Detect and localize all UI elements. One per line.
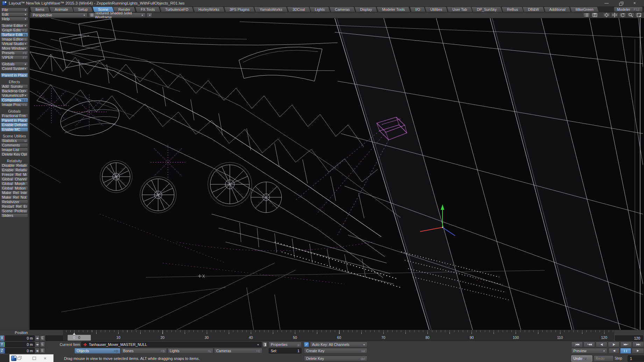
axis-y-button[interactable]: Y (0, 342, 4, 347)
value-stepper[interactable]: ◀▶ (35, 342, 40, 347)
sidebar-item-enable-mc[interactable]: Enable MC (1, 127, 28, 132)
sidebar-item-scene-professors[interactable]: Scene_Professors (1, 209, 28, 213)
viewport-options-dropdown[interactable]: ▼ (147, 13, 152, 17)
move-icon[interactable] (611, 13, 618, 17)
axis-y-value-field[interactable]: 0 m (5, 342, 35, 347)
create-key-button[interactable]: Create Key ret (304, 348, 367, 354)
tab-db-w[interactable]: DB&W (522, 7, 545, 12)
sidebar-item-statistics[interactable]: Statisticsw (1, 139, 28, 143)
envelope-button[interactable]: E (40, 335, 45, 341)
tab-mikegreen[interactable]: MikeGreen (570, 7, 599, 12)
sidebar-item-more-windows[interactable]: More Windows▼ (1, 46, 28, 50)
sidebar-item-globals[interactable]: Globals▼ (1, 62, 28, 66)
sidebar-item-viper[interactable]: VIPERF7 (1, 55, 28, 59)
end-frame-field[interactable]: 120 (615, 335, 643, 341)
category-lights-button[interactable]: Lights+L (168, 348, 213, 354)
minimize-button[interactable]: — (604, 0, 609, 6)
sidebar-item-image-list[interactable]: Image List (1, 148, 28, 152)
sidebar-item-global-morph-ac[interactable]: Global_Morph_Ac_ (1, 182, 28, 186)
step-field[interactable]: 1 (628, 355, 644, 362)
sidebar-item-enable-relativity[interactable]: Enable_Relativity (1, 168, 28, 172)
axis-x-button[interactable]: X (0, 335, 4, 341)
sidebar-item-restart-rel-errors[interactable]: Restart_Rel_Errors (1, 204, 28, 208)
sidebar-item-edit[interactable]: Edit▼ (1, 12, 28, 16)
sidebar-item-disable-relativity[interactable]: Disable_Relativity (1, 163, 28, 168)
prev-keyframe-button[interactable]: +◀◀ (583, 342, 595, 347)
auto-key-checkbox[interactable]: ✓ (304, 342, 309, 347)
modeler-button[interactable]: Modeler F12 (614, 7, 643, 12)
sidebar-item-virtual-studio[interactable]: Virtual Studio▼ (1, 42, 28, 46)
view-mode-dropdown[interactable]: Perspective ▼ (31, 13, 87, 17)
axis-z-button[interactable]: Z (0, 348, 4, 354)
sidebar-item-image-editor[interactable]: Image EditorF6 (1, 37, 28, 41)
sidebar-item-file[interactable]: File▼ (1, 8, 28, 12)
sidebar-item-help[interactable]: Help▼ (1, 17, 28, 21)
sidebar-item-comments[interactable]: Comments (1, 143, 28, 147)
play-reverse-button[interactable]: ◀ (609, 348, 620, 354)
item-panel-toggle-button[interactable] (262, 342, 267, 347)
envelope-button[interactable]: E (40, 348, 45, 354)
auto-key-dropdown[interactable]: Auto Key: All Channels ▼ (310, 342, 367, 347)
tab-fx-tools[interactable]: FX Tools (135, 7, 161, 12)
sidebar-item-scene-editor[interactable]: Scene Editor▼ (1, 23, 28, 28)
tab-turbulencefd[interactable]: TurbulenceFD (159, 7, 193, 12)
tab-setup[interactable]: Setup (72, 7, 93, 12)
pause-button[interactable]: | | (620, 348, 631, 354)
tab-additional[interactable]: Additional (544, 7, 571, 12)
tab-display[interactable]: Display (354, 7, 378, 12)
preview-dropdown[interactable]: Preview ▼ (571, 348, 607, 354)
zoom-icon[interactable] (627, 13, 634, 17)
sidebar-item-volumetrics-fog[interactable]: Volumetrics/Fog▼ (1, 93, 28, 98)
close-button[interactable]: × (632, 0, 637, 6)
tab-scene[interactable]: Scene (92, 7, 114, 12)
center-icon[interactable] (603, 13, 610, 17)
tab-hurleyworks[interactable]: HurleyWorks (193, 7, 225, 12)
sidebar-item-enable-deform[interactable]: Enable Deform (1, 123, 28, 127)
undo-button[interactable]: Undo ^Z (571, 355, 592, 362)
sidebar-item-compositing[interactable]: Compositing^F7 (1, 98, 28, 102)
restore-icon[interactable] (17, 357, 21, 360)
tab-modeler-tools[interactable]: Modeler Tools (376, 7, 410, 12)
shading-mode-dropdown[interactable]: Textured Shaded Solid Wireframe ▼ (89, 13, 146, 17)
sidebar-item-fractional-frm[interactable]: Fractional Frm (1, 114, 28, 118)
tab-animate[interactable]: Animate (49, 7, 74, 12)
axis-z-value-field[interactable]: 0 m (5, 348, 35, 354)
tab-cameras[interactable]: Cameras (329, 7, 355, 12)
sidebar-item-sliders[interactable]: Sliders (1, 213, 28, 218)
tab-3ps-plugins[interactable]: 3PS Plugins (224, 7, 255, 12)
tab-rebus[interactable]: ReBus (501, 7, 524, 12)
value-stepper[interactable]: ◀▶ (35, 348, 40, 354)
axis-x-value-field[interactable]: 0 m (5, 335, 35, 341)
current-item-dropdown[interactable]: Tanhauser_Mover_MASTER_NULL ▼ (81, 342, 262, 347)
tab-dp-sunsky[interactable]: DP_SunSky (471, 7, 502, 12)
tab-utilities[interactable]: Utilities (425, 7, 448, 12)
sidebar-item-freeze-rel-motion[interactable]: Freeze_Rel_Motion (1, 172, 28, 177)
tab-yamatoworks[interactable]: YamatoWorks (254, 7, 288, 12)
category-cameras-button[interactable]: Cameras+C (214, 348, 262, 354)
sidebar-item-parent-in-place[interactable]: Parent in Place (1, 73, 28, 77)
envelope-button[interactable]: E (40, 342, 45, 347)
close-icon[interactable]: × (44, 356, 47, 361)
redo-button[interactable]: Redo (594, 355, 614, 362)
list-icon[interactable] (583, 13, 590, 17)
viewport-3d[interactable] (30, 18, 644, 330)
sidebar-item-coord-system[interactable]: Coord System▼ (1, 66, 28, 71)
expand-icon[interactable] (635, 13, 642, 17)
tab-i-o[interactable]: I/O (410, 7, 426, 12)
sidebar-item-global-channl-a[interactable]: Global_Channl_A_ (1, 177, 28, 181)
sidebar-item-delete-key-opts[interactable]: Delete Key Opts (1, 152, 28, 156)
play-forward-button[interactable]: ▶ (632, 348, 644, 354)
sidebar-item-graph-editor[interactable]: Graph Editor^F2 (1, 28, 28, 32)
tab-render[interactable]: Render (113, 7, 136, 12)
tab-items[interactable]: Items (30, 7, 50, 12)
sidebar-item-parent-in-place[interactable]: Parent in Place (1, 118, 28, 122)
sidebar-item-image-process[interactable]: Image Process^F8 (1, 102, 28, 107)
sidebar-item-backdrop-optio[interactable]: Backdrop Optio_▼ (1, 89, 28, 93)
timeline-ruler[interactable]: 0 0102030405060708090100110120 (63, 330, 614, 341)
tab-3dcoat[interactable]: 3DCoat (287, 7, 311, 12)
goto-end-button[interactable]: ▶▶| (632, 342, 644, 347)
properties-button[interactable]: Properties p (269, 342, 302, 347)
value-stepper[interactable]: ◀▶ (35, 335, 40, 341)
rotate-icon[interactable] (619, 13, 626, 17)
prev-frame-button[interactable]: ◀|| (596, 342, 607, 347)
